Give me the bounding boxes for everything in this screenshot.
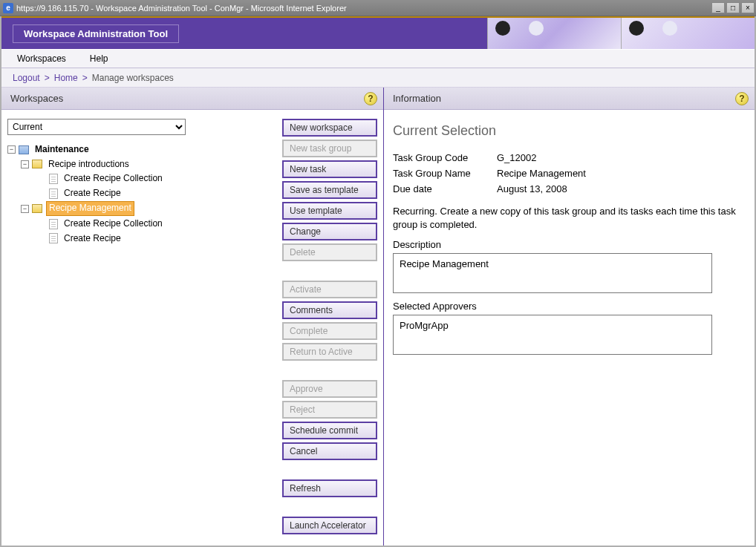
field-value-group-name: Recipe Management bbox=[497, 168, 746, 179]
expand-toggle-icon[interactable]: − bbox=[21, 160, 29, 168]
document-icon bbox=[49, 233, 58, 243]
document-icon bbox=[49, 174, 58, 184]
help-icon[interactable]: ? bbox=[364, 92, 377, 105]
breadcrumb-current: Manage workspaces bbox=[92, 73, 174, 83]
reject-button: Reject bbox=[282, 401, 377, 419]
folder-icon bbox=[19, 145, 29, 154]
breadcrumb-home[interactable]: Home bbox=[54, 73, 78, 83]
right-panel-title: Information bbox=[393, 93, 441, 104]
header-decoration bbox=[487, 18, 755, 49]
tree-leaf[interactable]: Create Recipe bbox=[62, 187, 123, 200]
breadcrumb-sep: > bbox=[82, 73, 88, 83]
breadcrumb-sep: > bbox=[45, 73, 50, 83]
expand-toggle-icon[interactable]: − bbox=[21, 205, 29, 213]
document-icon bbox=[49, 219, 58, 229]
activate-button: Activate bbox=[282, 281, 377, 298]
launch-accelerator-button[interactable]: Launch Accelerator bbox=[282, 517, 377, 534]
recurring-note: Recurring. Create a new copy of this tas… bbox=[393, 205, 746, 232]
app-title: Workspace Administration Tool bbox=[13, 24, 179, 43]
cancel-button[interactable]: Cancel bbox=[282, 442, 377, 460]
app-header: Workspace Administration Tool bbox=[1, 18, 755, 49]
field-label-group-code: Task Group Code bbox=[393, 152, 497, 163]
help-icon[interactable]: ? bbox=[735, 92, 749, 105]
refresh-button[interactable]: Refresh bbox=[282, 479, 377, 497]
left-panel-header: Workspaces ? bbox=[1, 88, 383, 110]
ie-icon: e bbox=[3, 3, 13, 13]
workspace-tree: − Maintenance − Recipe introductions Cre… bbox=[7, 143, 273, 246]
comments-button[interactable]: Comments bbox=[282, 301, 377, 319]
field-value-due-date: August 13, 2008 bbox=[497, 183, 746, 194]
left-panel-title: Workspaces bbox=[10, 93, 63, 104]
document-icon bbox=[49, 189, 58, 199]
section-title: Current Selection bbox=[393, 123, 746, 139]
approvers-label: Selected Approvers bbox=[393, 301, 746, 312]
folder-icon bbox=[32, 160, 42, 168]
maximize-button[interactable]: □ bbox=[726, 2, 740, 13]
tree-leaf[interactable]: Create Recipe Collection bbox=[62, 172, 165, 186]
approvers-box: ProMgrApp bbox=[393, 315, 712, 355]
description-label: Description bbox=[393, 239, 746, 250]
field-value-group-code: G_12002 bbox=[497, 152, 746, 163]
breadcrumb-logout[interactable]: Logout bbox=[13, 73, 40, 83]
tree-leaf[interactable]: Create Recipe Collection bbox=[62, 217, 165, 231]
save-as-template-button[interactable]: Save as template bbox=[282, 181, 377, 199]
schedule-commit-button[interactable]: Schedule commit bbox=[282, 422, 377, 439]
menubar: Workspaces Help bbox=[1, 49, 755, 68]
close-button[interactable]: × bbox=[741, 2, 755, 13]
tree-leaf[interactable]: Create Recipe bbox=[62, 232, 123, 246]
use-template-button[interactable]: Use template bbox=[282, 202, 377, 220]
new-task-button[interactable]: New task bbox=[282, 160, 377, 178]
window-title: https://9.186.115.70 - Workspace Adminis… bbox=[16, 4, 347, 13]
window-titlebar: e https://9.186.115.70 - Workspace Admin… bbox=[0, 0, 756, 16]
expand-toggle-icon[interactable]: − bbox=[7, 145, 16, 154]
tree-node-recipe-intro[interactable]: Recipe introductions bbox=[46, 158, 131, 171]
tree-node-recipe-mgmt[interactable]: Recipe Management bbox=[46, 201, 134, 216]
folder-icon bbox=[32, 204, 42, 213]
change-button[interactable]: Change bbox=[282, 223, 377, 240]
field-label-due-date: Due date bbox=[393, 183, 497, 194]
menu-help[interactable]: Help bbox=[85, 52, 113, 65]
breadcrumb: Logout > Home > Manage workspaces bbox=[1, 68, 755, 88]
new-task-group-button: New task group bbox=[282, 140, 377, 157]
minimize-button[interactable]: _ bbox=[711, 2, 725, 13]
tree-root[interactable]: Maintenance bbox=[33, 143, 91, 157]
description-box: Recipe Management bbox=[393, 253, 712, 293]
workspace-filter-select[interactable]: Current bbox=[7, 119, 186, 135]
field-label-group-name: Task Group Name bbox=[393, 168, 497, 179]
menu-workspaces[interactable]: Workspaces bbox=[13, 52, 71, 65]
complete-button: Complete bbox=[282, 322, 377, 340]
new-workspace-button[interactable]: New workspace bbox=[282, 119, 377, 137]
right-panel-header: Information ? bbox=[384, 88, 755, 110]
delete-button: Delete bbox=[282, 243, 377, 261]
return-to-active-button: Return to Active bbox=[282, 343, 377, 361]
approve-button: Approve bbox=[282, 380, 377, 398]
